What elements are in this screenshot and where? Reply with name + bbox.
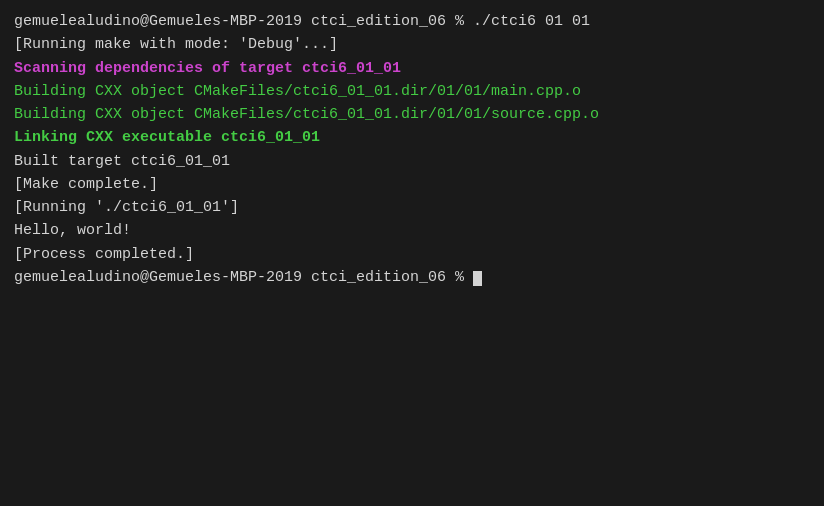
terminal-line: Hello, world!: [14, 219, 810, 242]
terminal-line: Linking CXX executable ctci6_01_01: [14, 126, 810, 149]
terminal-line: gemuelealudino@Gemueles-MBP-2019 ctci_ed…: [14, 266, 810, 289]
terminal-line: [Make complete.]: [14, 173, 810, 196]
terminal-window[interactable]: gemuelealudino@Gemueles-MBP-2019 ctci_ed…: [0, 0, 824, 506]
terminal-line: Building CXX object CMakeFiles/ctci6_01_…: [14, 80, 810, 103]
terminal-line: Built target ctci6_01_01: [14, 150, 810, 173]
terminal-line: Scanning dependencies of target ctci6_01…: [14, 57, 810, 80]
terminal-line: [Running make with mode: 'Debug'...]: [14, 33, 810, 56]
terminal-line: [Running './ctci6_01_01']: [14, 196, 810, 219]
terminal-line: gemuelealudino@Gemueles-MBP-2019 ctci_ed…: [14, 10, 810, 33]
terminal-line: Building CXX object CMakeFiles/ctci6_01_…: [14, 103, 810, 126]
terminal-line: [Process completed.]: [14, 243, 810, 266]
terminal-cursor: [473, 271, 482, 286]
